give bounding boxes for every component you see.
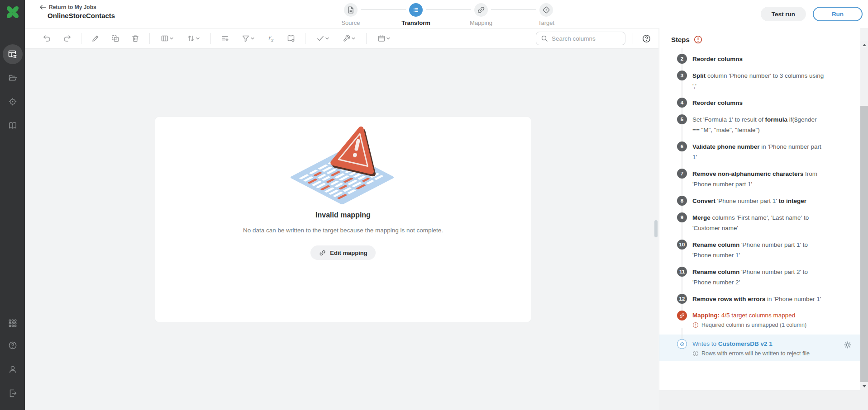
test-run-button[interactable]: Test run [761, 7, 806, 21]
undo-button[interactable] [41, 33, 53, 44]
sidebar-item-help[interactable] [3, 335, 23, 355]
error-illustration [290, 117, 396, 207]
canvas-scrollbar-thumb[interactable] [654, 220, 658, 237]
sidebar-item-folder[interactable] [3, 68, 23, 88]
redo-button[interactable] [61, 33, 73, 44]
sidebar-item-target[interactable] [3, 92, 23, 112]
step-item[interactable]: 4 Reorder columns [677, 98, 860, 108]
transform-toolbar: f x [25, 28, 658, 49]
help-circle-icon [8, 340, 18, 350]
step-item[interactable]: 8 Convert 'Phone number part 1' to integ… [677, 196, 860, 206]
stepper-step-source[interactable]: Source [318, 2, 383, 26]
fill-down-icon [220, 34, 229, 43]
gear-icon [843, 340, 852, 349]
sidebar-item-book[interactable] [3, 116, 23, 136]
alert-circle-icon [694, 35, 702, 44]
search-columns-input[interactable] [552, 35, 615, 42]
stepper-step-transform[interactable]: Transform [383, 2, 448, 26]
scrollbar-down-arrow[interactable] [860, 383, 868, 389]
transform-step-circle [409, 3, 423, 17]
step-number-badge: 6 [677, 141, 687, 151]
panel-bottom-strip [659, 390, 868, 410]
link-icon [679, 312, 685, 319]
scrollbar-up-arrow[interactable] [860, 42, 868, 48]
step-item[interactable]: 2 Reorder columns [677, 54, 860, 64]
trash-icon [131, 34, 140, 43]
warning-circle-icon [692, 322, 699, 328]
toolbar-divider [210, 33, 211, 44]
step-item[interactable]: 11 Rename column 'Phone number part 2' t… [677, 267, 860, 287]
date-button[interactable] [375, 33, 393, 44]
invalid-mapping-message: No data can be written to the target bec… [243, 227, 443, 234]
clover-logo[interactable] [3, 2, 23, 22]
step-item[interactable]: 6 Validate phone number in 'Phone number… [677, 141, 860, 162]
step-description: Remove rows with errors in 'Phone number… [692, 294, 825, 304]
sidebar-item-apps-grid[interactable] [3, 313, 23, 333]
target-settings-button[interactable] [843, 340, 853, 350]
writes-target-item[interactable]: Writes to CustomersDB v2 1 Rows with err… [659, 335, 860, 361]
formula-button[interactable]: f x [265, 33, 277, 44]
help-button[interactable] [640, 33, 652, 44]
scrollbar-thumb[interactable] [860, 106, 868, 382]
step-item[interactable]: 9 Merge columns 'First name', 'Last name… [677, 212, 860, 233]
step-description: Reorder columns [692, 98, 825, 108]
search-icon [541, 35, 548, 42]
run-button[interactable]: Run [813, 7, 863, 21]
wrench-icon [342, 34, 351, 43]
validate-button[interactable] [314, 33, 332, 44]
chevron-down-icon [325, 36, 329, 41]
copy-button[interactable] [110, 33, 121, 44]
edit-mapping-button[interactable]: Edit mapping [310, 245, 375, 260]
step-item[interactable]: 12 Remove rows with errors in 'Phone num… [677, 294, 860, 304]
step-item[interactable]: 10 Rename column 'Phone number part 1' t… [677, 240, 860, 260]
mapping-status-text: Mapping: 4/5 target columns mapped [692, 311, 806, 320]
delete-button[interactable] [129, 33, 141, 44]
edit-mapping-label: Edit mapping [330, 250, 367, 256]
steps-timeline: 2 Reorder columns 3 Split column 'Phone … [677, 54, 860, 361]
step-item[interactable]: 3 Split column 'Phone number' to 3 colum… [677, 71, 860, 91]
sidebar-item-transform-jobs[interactable] [3, 44, 23, 64]
step-item[interactable]: 5 Set 'Formula 1' to result of formula i… [677, 114, 860, 135]
chevron-down-icon [250, 36, 255, 41]
tools-button[interactable] [340, 33, 358, 44]
step-number-badge: 5 [677, 114, 687, 124]
toolbar-divider [81, 33, 81, 44]
sidebar-item-logout[interactable] [3, 383, 23, 403]
sidebar-item-user[interactable] [3, 359, 23, 379]
stepper-step-target[interactable]: Target [514, 2, 579, 26]
info-circle-icon [692, 350, 699, 357]
stepper-label-source: Source [341, 19, 360, 26]
return-to-jobs-link[interactable]: Return to My Jobs [40, 4, 96, 10]
apps-grid-icon [8, 318, 18, 328]
sort-button[interactable] [184, 33, 202, 44]
search-columns-box [536, 32, 625, 45]
svg-text:x: x [271, 38, 274, 42]
writes-target-text: Writes to CustomersDB v2 1 [692, 339, 810, 349]
transform-jobs-icon [7, 49, 18, 60]
stepper-label-mapping: Mapping [470, 19, 492, 26]
step-description: Convert 'Phone number part 1' to integer [692, 196, 825, 206]
step-description: Merge columns 'First name', 'Last name' … [692, 212, 825, 233]
edit-button[interactable] [90, 33, 101, 44]
logout-icon [8, 388, 18, 398]
fill-down-button[interactable] [219, 33, 231, 44]
filter-button[interactable] [239, 33, 257, 44]
list-icon [411, 5, 420, 14]
document-icon [346, 5, 355, 14]
crosshair-icon [8, 97, 18, 107]
invalid-mapping-card: Invalid mapping No data can be written t… [155, 117, 531, 322]
lookup-book-icon [286, 34, 296, 43]
step-item[interactable]: 7 Remove non-alphanumeric characters fro… [677, 169, 860, 189]
user-icon [8, 364, 18, 374]
lookup-button[interactable] [285, 33, 297, 44]
mapping-status-item[interactable]: Mapping: 4/5 target columns mapped Requi… [677, 311, 860, 328]
pipeline-stepper: Source Transform [318, 2, 579, 26]
page-title: OnlineStoreContacts [48, 12, 115, 19]
step-number-badge: 3 [677, 71, 687, 80]
stepper-step-mapping[interactable]: Mapping [448, 2, 514, 26]
copy-icon [111, 34, 120, 43]
steps-scrollbar[interactable] [860, 41, 868, 390]
columns-button[interactable] [158, 33, 176, 44]
chevron-down-icon [386, 36, 391, 41]
stepper-label-target: Target [538, 19, 554, 26]
